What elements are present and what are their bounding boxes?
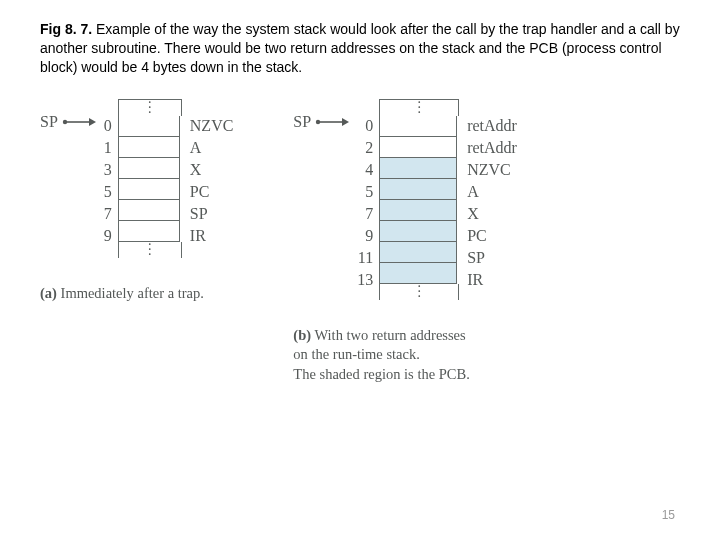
stack-cell xyxy=(118,137,180,158)
offset: 4 xyxy=(357,159,373,181)
subcaption-a: (a) Immediately after a trap. xyxy=(40,284,204,304)
figure-a: SP 0 1 3 5 7 9 ··· xyxy=(40,99,233,385)
field-label: PC xyxy=(467,225,517,247)
figure-row: SP 0 1 3 5 7 9 ··· xyxy=(40,99,680,385)
field-label: NZVC xyxy=(467,159,517,181)
page-number: 15 xyxy=(662,508,675,522)
field-label: retAddr xyxy=(467,137,517,159)
field-label: A xyxy=(467,181,517,203)
offset: 13 xyxy=(357,269,373,291)
field-label: NZVC xyxy=(190,115,234,137)
figure-caption: Fig 8. 7. Example of the way the system … xyxy=(40,20,680,77)
offset: 1 xyxy=(104,137,112,159)
stack-cell xyxy=(379,137,457,158)
sp-label: SP xyxy=(293,113,311,131)
subcaption-label: (b) xyxy=(293,327,311,343)
offset: 3 xyxy=(104,159,112,181)
subcaption-label: (a) xyxy=(40,285,57,301)
svg-marker-2 xyxy=(89,118,96,126)
figure-label: Fig 8. 7. xyxy=(40,21,92,37)
sp-label: SP xyxy=(40,113,58,131)
labels-b: retAddr retAddr NZVC A X PC SP IR xyxy=(467,99,517,291)
field-label: SP xyxy=(467,247,517,269)
arrow-right-icon xyxy=(62,117,96,127)
figure-b: SP 0 2 4 5 7 9 11 13 xyxy=(293,99,517,385)
svg-marker-5 xyxy=(342,118,349,126)
field-label: A xyxy=(190,137,234,159)
offset: 5 xyxy=(104,181,112,203)
ellipsis-icon: ··· xyxy=(379,284,459,300)
stack-cell xyxy=(379,116,457,137)
field-label: IR xyxy=(467,269,517,291)
offsets-b: 0 2 4 5 7 9 11 13 xyxy=(357,99,373,291)
offset: 11 xyxy=(357,247,373,269)
sp-pointer-b: SP xyxy=(293,113,349,131)
offset: 7 xyxy=(357,203,373,225)
field-label: X xyxy=(467,203,517,225)
offset: 9 xyxy=(357,225,373,247)
offset: 5 xyxy=(357,181,373,203)
figure-caption-text: Example of the way the system stack woul… xyxy=(40,21,680,75)
labels-a: NZVC A X PC SP IR xyxy=(190,99,234,247)
stack-cell xyxy=(118,179,180,200)
offset: 9 xyxy=(104,225,112,247)
offsets-a: 0 1 3 5 7 9 xyxy=(104,99,112,247)
subcaption-b: (b) With two return addresses on the run… xyxy=(293,326,469,385)
offset: 0 xyxy=(104,115,112,137)
ellipsis-icon: ··· xyxy=(118,100,182,116)
subcaption-line1: With two return addresses xyxy=(314,327,465,343)
ellipsis-icon: ··· xyxy=(379,100,459,116)
subcaption-line3: The shaded region is the PCB. xyxy=(293,366,469,382)
offset: 0 xyxy=(357,115,373,137)
field-label: retAddr xyxy=(467,115,517,137)
stack-cell xyxy=(118,200,180,221)
stack-cells-b: ··· ··· xyxy=(379,99,459,300)
subcaption-line2: on the run-time stack. xyxy=(293,346,419,362)
stack-cell xyxy=(118,158,180,179)
offset: 7 xyxy=(104,203,112,225)
sp-pointer-a: SP xyxy=(40,113,96,131)
ellipsis-icon: ··· xyxy=(118,242,182,258)
field-label: IR xyxy=(190,225,234,247)
stack-cell-pcb xyxy=(379,179,457,200)
stack-cell-pcb xyxy=(379,200,457,221)
stack-cell-pcb xyxy=(379,242,457,263)
stack-cell-pcb xyxy=(379,221,457,242)
arrow-right-icon xyxy=(315,117,349,127)
stack-cells-a: ··· ··· xyxy=(118,99,182,258)
field-label: SP xyxy=(190,203,234,225)
stack-cell-pcb xyxy=(379,158,457,179)
field-label: X xyxy=(190,159,234,181)
offset: 2 xyxy=(357,137,373,159)
subcaption-text: Immediately after a trap. xyxy=(61,285,204,301)
stack-cell xyxy=(118,116,180,137)
field-label: PC xyxy=(190,181,234,203)
